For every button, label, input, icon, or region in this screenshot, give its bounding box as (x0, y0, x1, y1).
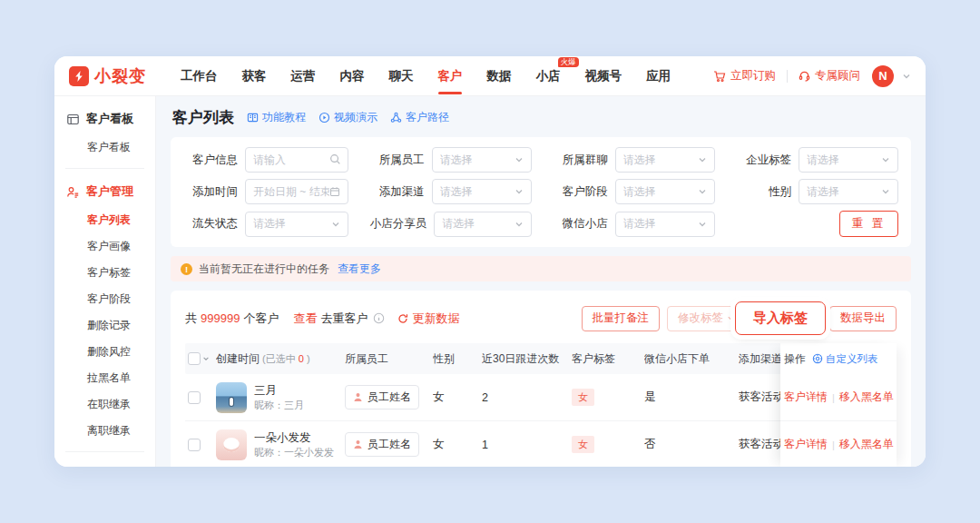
filter-label-add-channel: 添加渠道 (370, 184, 425, 200)
chevron-down-icon (514, 187, 524, 196)
person-icon (353, 439, 363, 449)
export-data-button[interactable]: 数据导出 (829, 306, 897, 331)
move-blacklist-link[interactable]: 移入黑名单 (839, 390, 894, 405)
sidebar-item-customer-stage[interactable]: 客户阶段 (54, 286, 155, 312)
tutorial-icon (247, 112, 259, 123)
group-chat-select[interactable]: 请选择 (615, 147, 715, 173)
view-dedupe-link[interactable]: 查看 (293, 311, 317, 327)
col-gender: 性别 (433, 351, 482, 367)
customer-path-link[interactable]: 客户路径 (390, 110, 449, 125)
sidebar-item-blacklist[interactable]: 拉黑名单 (54, 365, 155, 391)
filter-label-staff: 所属员工 (370, 153, 425, 168)
nav-item-data[interactable]: 数据 (487, 56, 512, 97)
edit-tag-button[interactable]: 修改标签 (667, 306, 746, 331)
sidebar-item-customer-tags[interactable]: 客户标签 (54, 260, 155, 286)
customer-detail-link[interactable]: 客户详情 (784, 390, 828, 405)
select-all-checkbox[interactable] (188, 352, 201, 365)
nav-item-workbench[interactable]: 工作台 (181, 56, 218, 97)
refresh-data-link[interactable]: 更新数据 (397, 311, 459, 327)
info-icon[interactable] (373, 312, 385, 324)
nav-item-operate[interactable]: 运营 (291, 56, 316, 97)
nav-item-apps[interactable]: 应用 (646, 56, 671, 97)
fixed-operations-column: 操作 自定义列表 客户详情 | 移入黑名单 (780, 343, 897, 467)
sidebar-group-group-mgmt[interactable]: 客户群管理 (54, 459, 155, 467)
add-channel-select[interactable]: 请选择 (432, 179, 532, 204)
import-tag-button[interactable]: 导入标签 (735, 301, 826, 335)
toolbar-buttons: 批量打备注 修改标签 导入标签 数据导出 (582, 301, 897, 335)
customer-nickname: 昵称：三月 (254, 399, 304, 412)
sidebar-item-delete-risk[interactable]: 删除风控 (54, 339, 155, 365)
sidebar-item-resign-inherit[interactable]: 离职继承 (54, 418, 155, 444)
logo-icon (69, 66, 89, 86)
advisor-link[interactable]: 专属顾问 (799, 68, 860, 84)
col-operations: 操作 (784, 351, 806, 367)
customer-tag: 女 (572, 436, 594, 453)
col-staff: 所属员工 (345, 351, 433, 367)
order-now-link[interactable]: 立即订购 (713, 68, 776, 84)
total-count: 共 999999 个客户 查看 去重客户 更新数 (185, 311, 459, 327)
staff-chip: 员工姓名 (345, 385, 419, 410)
chevron-down-icon (331, 220, 340, 229)
date-range-picker[interactable]: 开始日期 ~ 结束日期 (245, 179, 348, 204)
nav-item-acquire[interactable]: 获客 (242, 56, 267, 97)
col-followups: 近30日跟进次数 (482, 351, 572, 367)
table-toolbar: 共 999999 个客户 查看 去重客户 更新数 (185, 301, 897, 335)
page-header: 客户列表 功能教程 视频演示 客户路径 (172, 107, 909, 128)
customer-table: 创建时间(已选中 0 ) 所属员工 性别 近30日跟进次数 客户标签 微信小店下… (185, 343, 897, 467)
chevron-down-icon (881, 187, 890, 196)
gender-value: 女 (433, 437, 482, 452)
filter-label-corp-tag: 企业标签 (737, 153, 791, 168)
gear-icon (812, 353, 823, 364)
logo[interactable]: 小裂变 (69, 65, 146, 87)
chevron-down-icon (514, 220, 524, 229)
batch-note-button[interactable]: 批量打备注 (582, 306, 661, 331)
row-checkbox[interactable] (188, 439, 201, 451)
logo-text: 小裂变 (94, 65, 146, 87)
staff-select[interactable]: 请选择 (432, 147, 532, 173)
wechat-shop-select[interactable]: 请选择 (615, 212, 715, 237)
churn-status-select[interactable]: 请选择 (245, 212, 348, 237)
corp-tag-select[interactable]: 请选择 (799, 147, 898, 173)
row-checkbox[interactable] (188, 391, 201, 404)
nav-item-customer[interactable]: 客户 (438, 56, 463, 97)
chevron-down-icon (698, 220, 707, 229)
filter-label-gender: 性别 (737, 184, 791, 200)
sidebar-item-customer-profile[interactable]: 客户画像 (54, 233, 155, 260)
sidebar-item-customer-list[interactable]: 客户列表 (54, 207, 155, 233)
sidebar-group-customer-mgmt[interactable]: 客户管理 (54, 176, 155, 207)
customer-detail-link[interactable]: 客户详情 (784, 437, 828, 452)
filter-label-stage: 客户阶段 (554, 184, 608, 200)
move-blacklist-link[interactable]: 移入黑名单 (839, 437, 894, 452)
divider (787, 70, 788, 83)
shop-order-value: 否 (644, 437, 739, 452)
sidebar-item-active-inherit[interactable]: 在职继承 (54, 391, 155, 418)
chevron-down-icon (727, 314, 735, 322)
view-more-link[interactable]: 查看更多 (338, 262, 381, 277)
dedupe-text: 去重客户 (320, 311, 368, 327)
tutorial-link[interactable]: 功能教程 (247, 110, 306, 125)
nav-items: 工作台 获客 运营 内容 聊天 客户 数据 小店 火爆 视频号 应用 (181, 56, 671, 97)
customize-columns-button[interactable]: 自定义列表 (812, 352, 878, 366)
user-avatar[interactable]: N (872, 65, 894, 87)
nav-item-video[interactable]: 视频号 (585, 56, 622, 97)
notice-text: 当前暂无正在进行中的任务 (199, 262, 329, 277)
nav-item-chat[interactable]: 聊天 (389, 56, 414, 97)
reset-button[interactable]: 重 置 (839, 211, 898, 237)
headset-icon (799, 70, 810, 82)
video-demo-link[interactable]: 视频演示 (318, 110, 377, 125)
chevron-down-icon[interactable] (902, 72, 911, 81)
select-caret-icon[interactable] (202, 355, 210, 362)
filter-label-add-time: 添加时间 (183, 184, 238, 200)
stage-select[interactable]: 请选择 (615, 179, 715, 204)
app-window: 小裂变 工作台 获客 运营 内容 聊天 客户 数据 小店 火爆 视频号 应用 立… (54, 56, 926, 467)
nav-item-content[interactable]: 内容 (340, 56, 365, 97)
col-tag: 客户标签 (572, 351, 644, 367)
nav-item-shop[interactable]: 小店 火爆 (536, 56, 561, 97)
sidebar-item-customer-dashboard[interactable]: 客户看板 (54, 134, 155, 161)
person-icon (353, 392, 363, 402)
sidebar-group-dashboard[interactable]: 客户看板 (54, 104, 155, 134)
sidebar-item-delete-records[interactable]: 删除记录 (54, 312, 155, 339)
shop-sharer-select[interactable]: 请选择 (434, 212, 532, 237)
gender-select[interactable]: 请选择 (799, 179, 898, 204)
filter-label-shop-sharer: 小店分享员 (370, 216, 427, 232)
